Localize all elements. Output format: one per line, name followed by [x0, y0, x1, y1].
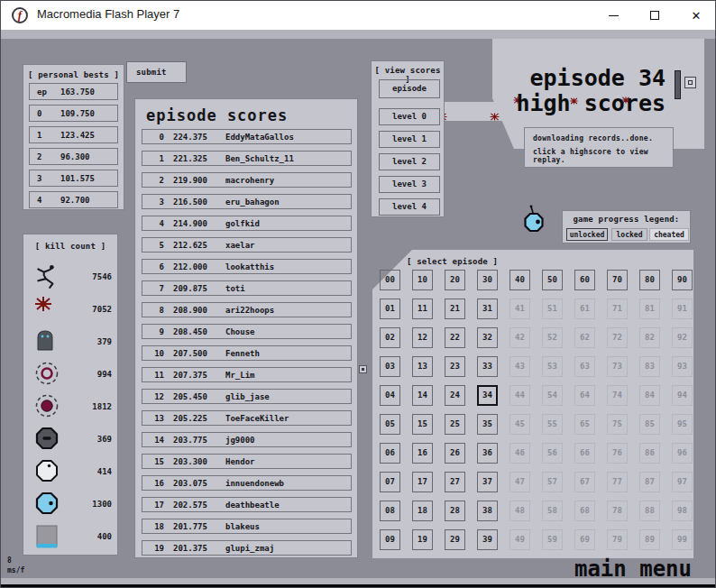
episode-cell-32[interactable]: 32 — [477, 327, 498, 348]
highscore-name: glupi_zmaj — [225, 544, 274, 553]
episode-cell-50[interactable]: 50 — [542, 270, 563, 290]
episode-cell-00[interactable]: 00 — [380, 270, 400, 290]
view-level-2-button[interactable]: level 2 — [379, 153, 440, 170]
episode-cell-35[interactable]: 35 — [477, 414, 498, 435]
highscore-name: golfkid — [225, 219, 260, 228]
episode-cell-27[interactable]: 27 — [445, 472, 465, 492]
episode-cell-34[interactable]: 34 — [477, 385, 498, 406]
submit-button[interactable]: submit — [126, 61, 187, 83]
episode-cell-49: 49 — [509, 529, 530, 550]
episode-cell-41: 41 — [509, 299, 530, 319]
episode-cell-06[interactable]: 06 — [380, 443, 400, 464]
highscore-row[interactable]: 16203.075innuendonewb — [142, 475, 352, 491]
highscore-row[interactable]: 9208.450Chouse — [142, 324, 352, 339]
episode-cell-91: 91 — [672, 299, 693, 319]
episode-cell-04[interactable]: 04 — [380, 385, 400, 406]
episode-cell-37[interactable]: 37 — [477, 472, 498, 492]
episode-cell-20[interactable]: 20 — [445, 270, 465, 290]
episode-cell-60[interactable]: 60 — [574, 270, 595, 290]
highscore-row[interactable]: 2219.900macrohenry — [142, 172, 352, 188]
highscore-row[interactable]: 6212.000lookatthis — [142, 259, 352, 274]
episode-cell-99: 99 — [672, 529, 693, 550]
view-level-1-button[interactable]: level 1 — [379, 131, 440, 148]
episode-cell-15[interactable]: 15 — [412, 414, 433, 435]
episode-cell-29[interactable]: 29 — [445, 529, 465, 550]
highscore-row[interactable]: 10207.500Fenneth — [142, 345, 352, 361]
highscore-rank: 16 — [150, 479, 164, 488]
highscore-row[interactable]: 5212.625xaelar — [142, 237, 352, 253]
episode-cell-14[interactable]: 14 — [412, 385, 433, 406]
episode-cell-21[interactable]: 21 — [445, 299, 465, 319]
episode-cell-16[interactable]: 16 — [412, 443, 433, 464]
episode-cell-02[interactable]: 02 — [380, 327, 400, 348]
kill-count-header: [ kill count ] — [23, 242, 117, 251]
episode-cell-80[interactable]: 80 — [639, 270, 660, 290]
episode-cell-28[interactable]: 28 — [445, 501, 465, 521]
view-episode-button[interactable]: episode — [379, 79, 440, 98]
episode-cell-13[interactable]: 13 — [412, 356, 433, 377]
highscore-name: deathbeatle — [225, 501, 280, 510]
episode-cell-33[interactable]: 33 — [477, 356, 498, 377]
highscore-row[interactable]: 8208.900ari22hoops — [142, 302, 352, 317]
episode-cell-19[interactable]: 19 — [412, 529, 433, 550]
highscore-row[interactable]: 15203.300Hendor — [142, 454, 352, 469]
episode-cell-18[interactable]: 18 — [412, 501, 433, 521]
highscore-row[interactable]: 0224.375EddyMataGallos — [142, 129, 352, 144]
episode-cell-08[interactable]: 08 — [380, 501, 400, 521]
episode-cell-24[interactable]: 24 — [445, 385, 465, 406]
episode-cell-12[interactable]: 12 — [412, 327, 433, 348]
maximize-button[interactable] — [634, 1, 675, 30]
personal-best-row: 492.700 — [29, 191, 118, 208]
highscore-rank: 18 — [150, 522, 164, 531]
episode-cell-70[interactable]: 70 — [607, 270, 628, 290]
episode-cell-55: 55 — [542, 414, 563, 435]
door-switch-dot — [688, 80, 693, 85]
episode-cell-09[interactable]: 09 — [380, 529, 400, 550]
episode-cell-44: 44 — [509, 385, 530, 406]
episode-cell-22[interactable]: 22 — [445, 327, 465, 348]
episode-cell-31[interactable]: 31 — [477, 299, 498, 319]
view-level-3-button[interactable]: level 3 — [379, 176, 440, 193]
highscore-row[interactable]: 14203.775jg9000 — [142, 432, 352, 447]
highscore-score: 212.625 — [173, 241, 207, 250]
episode-cell-05[interactable]: 05 — [380, 414, 400, 435]
window-titlebar: f Macromedia Flash Player 7 ✕ — [1, 1, 715, 30]
episode-cell-40[interactable]: 40 — [509, 270, 530, 290]
episode-cell-23[interactable]: 23 — [445, 356, 465, 377]
view-level-0-button[interactable]: level 0 — [379, 108, 440, 125]
highscore-name: Mr_Lim — [225, 371, 255, 380]
episode-cell-17[interactable]: 17 — [412, 472, 433, 492]
personal-best-label: 3 — [37, 174, 41, 183]
highscore-row[interactable]: 3216.500eru_bahagon — [142, 194, 352, 209]
view-level-4-button[interactable]: level 4 — [379, 198, 440, 216]
episode-cell-10[interactable]: 10 — [412, 270, 433, 290]
episode-cell-26[interactable]: 26 — [445, 443, 465, 464]
highscore-name: eru_bahagon — [225, 198, 280, 207]
top-edge-platform — [1, 30, 716, 39]
episode-cell-25[interactable]: 25 — [445, 414, 465, 435]
highscore-row[interactable]: 4214.900golfkid — [142, 216, 352, 231]
episode-cell-03[interactable]: 03 — [380, 356, 400, 377]
minimize-button[interactable] — [592, 1, 634, 30]
highscore-row[interactable]: 11207.375Mr_Lim — [142, 367, 352, 382]
episode-cell-90[interactable]: 90 — [672, 270, 693, 290]
highscore-row[interactable]: 18201.775blakeus — [142, 519, 352, 534]
game-stage: episode 34 high scores [ personal bests … — [1, 30, 716, 588]
episode-cell-07[interactable]: 07 — [380, 472, 400, 492]
episode-cell-39[interactable]: 39 — [477, 529, 498, 550]
highscore-row[interactable]: 17202.575deathbeatle — [142, 497, 352, 512]
highscore-rank: 15 — [150, 457, 164, 466]
episode-cell-36[interactable]: 36 — [477, 443, 498, 464]
episode-cell-01[interactable]: 01 — [380, 299, 400, 319]
episode-cell-30[interactable]: 30 — [477, 270, 498, 290]
close-button[interactable]: ✕ — [675, 1, 716, 30]
highscore-row[interactable]: 1221.325Ben_Schultz_11 — [142, 151, 352, 166]
highscore-score: 214.900 — [173, 219, 207, 228]
episode-cell-38[interactable]: 38 — [477, 501, 498, 521]
minimize-icon — [609, 15, 619, 16]
highscore-row[interactable]: 7209.875toti — [142, 280, 352, 296]
highscore-row[interactable]: 19201.375glupi_zmaj — [142, 540, 352, 556]
highscore-row[interactable]: 12205.450glib_jase — [142, 389, 352, 404]
highscore-row[interactable]: 13205.225ToeFaceKiller — [142, 410, 352, 426]
episode-cell-11[interactable]: 11 — [412, 299, 433, 319]
